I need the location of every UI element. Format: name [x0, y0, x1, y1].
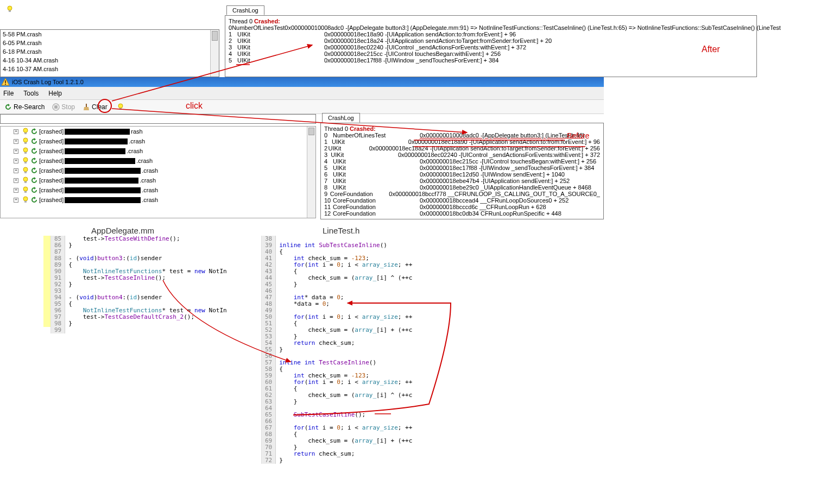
menu-file[interactable]: File	[3, 90, 14, 97]
symbolicate-button[interactable]	[113, 102, 126, 112]
crashlog-row[interactable]: 3UIKit0x000000018ec02240 -[UIControl _se…	[324, 152, 600, 158]
svg-point-0	[8, 6, 12, 10]
tree-item[interactable]: +[crashed] .crash	[1, 156, 315, 166]
crashlog-row[interactable]: 0NumberOfLinesTest0x000000010008adc0 -[A…	[229, 24, 753, 31]
svg-marker-8	[84, 107, 89, 110]
redacted-text	[65, 138, 128, 144]
expand-icon[interactable]: +	[14, 129, 18, 134]
expand-icon[interactable]: +	[14, 168, 18, 173]
tree-item[interactable]: +[crashed] .crash	[1, 146, 315, 156]
bulb-icon	[22, 177, 29, 184]
bulb-icon	[22, 147, 29, 155]
redacted-text	[65, 178, 138, 184]
tree-item[interactable]: +[crashed] .crash	[1, 185, 315, 195]
redacted-text	[65, 158, 135, 164]
crashlog-row[interactable]: 8UIKit0x000000018ebe29c0 _UIApplicationH…	[324, 184, 600, 191]
tree-item[interactable]: +[crashed] .crash	[1, 166, 315, 175]
window-title: iOS Crash Log Tool 1.2.1.0	[11, 79, 84, 85]
scrollbar[interactable]	[307, 127, 315, 218]
svg-rect-3	[5, 80, 6, 83]
svg-rect-24	[24, 191, 27, 193]
expand-icon[interactable]: +	[14, 159, 18, 163]
annotation-before: Before	[567, 131, 589, 140]
broom-icon	[83, 103, 90, 111]
tree-item[interactable]: +[crashed] rash	[1, 127, 315, 136]
code-title-right: LineTest.h	[323, 226, 359, 235]
bulb-icon	[22, 128, 29, 135]
crashlog-row[interactable]: 2UIKit0x000000018ec18a24 -[UIApplication…	[324, 145, 600, 152]
crashlog-row[interactable]: 2UIKit0x000000018ec18a24 -[UIApplication…	[229, 37, 753, 44]
svg-point-21	[23, 177, 28, 181]
app-icon	[1, 78, 10, 86]
scrollbar-thumb[interactable]	[212, 31, 218, 41]
svg-point-17	[23, 158, 28, 162]
upper-file-list[interactable]: 5-58 PM.crash6-05 PM.crash6-18 PM.crash4…	[0, 29, 219, 77]
expand-icon[interactable]: +	[14, 188, 18, 193]
code-title-left: AppDelegate.mm	[91, 226, 154, 235]
redacted-text	[65, 148, 125, 154]
svg-rect-6	[54, 105, 58, 109]
tree-item[interactable]: +[crashed] .crash	[1, 136, 315, 146]
svg-rect-12	[24, 133, 27, 134]
tree-item[interactable]: +[crashed] .crash	[1, 195, 315, 205]
expand-icon[interactable]: +	[14, 149, 18, 154]
svg-rect-18	[24, 162, 27, 163]
search-input[interactable]	[0, 114, 316, 124]
tab-crashlog[interactable]: CrashLog	[322, 113, 360, 123]
crash-tree[interactable]: +[crashed] rash+[crashed] .crash+[crashe…	[0, 126, 316, 218]
code-body: test->TestCaseWithDefine(); } - (void)bu…	[65, 236, 226, 333]
svg-rect-22	[24, 181, 27, 183]
annotation-circle	[98, 99, 112, 113]
redacted-text	[65, 187, 141, 193]
tree-item[interactable]: +[crashed] .crash	[1, 175, 315, 185]
svg-point-19	[23, 167, 28, 172]
crashlog-header: Thread 0 Crashed:	[324, 125, 600, 132]
bulb-icon	[22, 186, 29, 194]
scrollbar-thumb[interactable]	[308, 128, 314, 135]
svg-rect-10	[119, 108, 122, 110]
code-panel-right: 3839404142434445464748495051525354555657…	[254, 236, 509, 464]
crashlog-panel-after: CrashLog Thread 0 Crashed:0NumberOfLines…	[225, 15, 757, 77]
crashlog-row[interactable]: 0NumberOfLinesTest0x000000010008adc0 -[A…	[324, 132, 600, 138]
refresh-icon	[30, 196, 38, 204]
bulb-icon	[22, 137, 29, 145]
svg-rect-1	[9, 10, 11, 12]
stop-label: Stop	[61, 103, 75, 111]
expand-icon[interactable]: +	[14, 198, 18, 203]
expand-icon[interactable]: +	[14, 178, 18, 183]
crashlog-row[interactable]: 1UIKit0x000000018ec18a90 -[UIApplication…	[229, 31, 753, 37]
menu-tools[interactable]: Tools	[23, 90, 39, 97]
crashlog-row[interactable]: 4UIKit0x000000018ec215cc -[UIControl tou…	[324, 158, 600, 165]
svg-point-25	[23, 197, 28, 201]
scrollbar[interactable]	[210, 30, 219, 77]
menu-help[interactable]: Help	[48, 90, 62, 97]
research-button[interactable]: Re-Search	[2, 102, 47, 112]
svg-rect-14	[24, 142, 27, 144]
file-list-item[interactable]: 4-16 10-37 AM.crash	[1, 65, 219, 73]
crashlog-panel-before: CrashLog Thread 0 Crashed:0NumberOfLines…	[320, 123, 604, 219]
crashlog-row[interactable]: 11CoreFoundation0x000000018bcccd6c __CFR…	[324, 204, 600, 210]
upper-window-fragment: 5-58 PM.crash6-05 PM.crash6-18 PM.crash4…	[0, 0, 760, 77]
crashlog-row[interactable]: 4UIKit0x000000018ec215cc -[UIControl tou…	[229, 51, 753, 57]
stop-button[interactable]: Stop	[50, 102, 77, 112]
bulb-icon	[117, 103, 124, 111]
research-label: Re-Search	[14, 103, 45, 111]
svg-rect-7	[86, 104, 87, 107]
crashlog-row[interactable]: 5UIKit0x000000018ec17f88 -[UIWindow _sen…	[324, 165, 600, 171]
file-list-item[interactable]: 5-58 PM.crash	[1, 30, 219, 39]
crashlog-row[interactable]: 12CoreFoundation0x000000018bc0db34 CFRun…	[324, 210, 600, 217]
file-list-item[interactable]: 6-18 PM.crash	[1, 47, 219, 56]
crashlog-row[interactable]: 6UIKit0x000000018ec12d50 -[UIWindow send…	[324, 171, 600, 178]
file-list-item[interactable]: 6-05 PM.crash	[1, 39, 219, 47]
file-list-item[interactable]: 4-16 10-34 AM.crash	[1, 56, 219, 65]
crashlog-row[interactable]: 5UIKit0x000000018ec17f88 -[UIWindow _sen…	[229, 57, 753, 64]
crashlog-row[interactable]: 7UIKit0x000000018ebe47b4 -[UIApplication…	[324, 178, 600, 184]
crashlog-row[interactable]: 9CoreFoundation0x000000018bccf778 __CFRU…	[324, 191, 600, 197]
crashlog-row[interactable]: 10CoreFoundation0x000000018bccead4 __CFR…	[324, 197, 600, 204]
crashlog-row[interactable]: 1UIKit0x000000018ec18a90 -[UIApplication…	[324, 138, 600, 145]
tab-crashlog[interactable]: CrashLog	[226, 5, 264, 15]
crashlog-row[interactable]: 3UIKit0x000000018ec02240 -[UIControl _se…	[229, 44, 753, 51]
redacted-text	[65, 197, 141, 203]
stop-icon	[52, 103, 60, 111]
expand-icon[interactable]: +	[14, 139, 18, 144]
